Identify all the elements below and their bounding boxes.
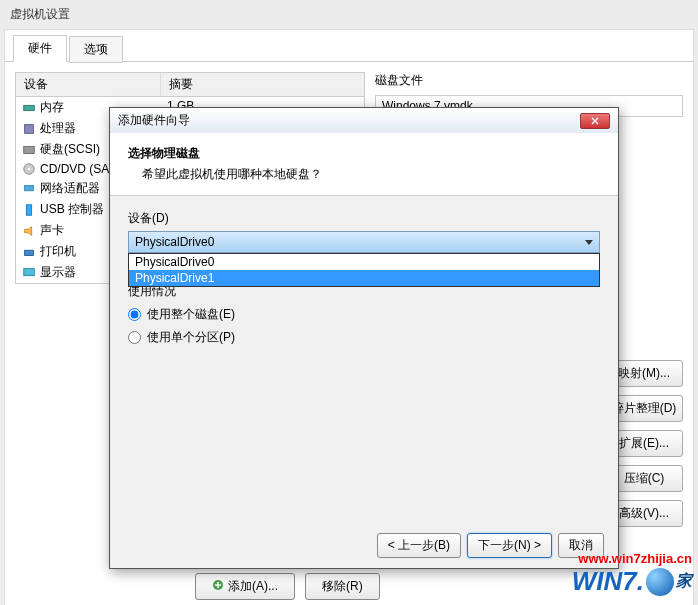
header-device: 设备 bbox=[16, 73, 161, 96]
device-select-label: 设备(D) bbox=[128, 210, 600, 227]
device-label: CD/DVD (SA bbox=[40, 162, 109, 176]
memory-icon bbox=[22, 101, 36, 115]
dialog-body: 设备(D) PhysicalDrive0 PhysicalDrive0 Phys… bbox=[110, 196, 618, 366]
chevron-down-icon bbox=[585, 240, 593, 245]
tab-options[interactable]: 选项 bbox=[69, 36, 123, 63]
device-list-header: 设备 摘要 bbox=[16, 73, 364, 97]
device-combobox[interactable]: PhysicalDrive0 PhysicalDrive0 PhysicalDr… bbox=[128, 231, 600, 253]
network-icon bbox=[22, 182, 36, 196]
svg-rect-1 bbox=[25, 124, 34, 133]
dialog-header-subtitle: 希望此虚拟机使用哪种本地硬盘？ bbox=[142, 166, 600, 183]
sound-icon bbox=[22, 224, 36, 238]
combo-option-0[interactable]: PhysicalDrive0 bbox=[129, 254, 599, 270]
plus-icon bbox=[212, 579, 224, 594]
radio-whole-disk[interactable]: 使用整个磁盘(E) bbox=[128, 306, 600, 323]
device-label: 声卡 bbox=[40, 222, 64, 239]
dialog-footer: < 上一步(B) 下一步(N) > 取消 bbox=[377, 533, 604, 558]
cpu-icon bbox=[22, 122, 36, 136]
back-button[interactable]: < 上一步(B) bbox=[377, 533, 461, 558]
device-label: 硬盘(SCSI) bbox=[40, 141, 100, 158]
add-hardware-dialog: 添加硬件向导 选择物理磁盘 希望此虚拟机使用哪种本地硬盘？ 设备(D) Phys… bbox=[109, 107, 619, 569]
radio-whole-label: 使用整个磁盘(E) bbox=[147, 306, 235, 323]
printer-icon bbox=[22, 245, 36, 259]
device-label: 打印机 bbox=[40, 243, 76, 260]
svg-rect-8 bbox=[24, 268, 35, 275]
radio-whole-input[interactable] bbox=[128, 308, 141, 321]
combobox-dropdown: PhysicalDrive0 PhysicalDrive1 bbox=[128, 253, 600, 287]
tab-hardware[interactable]: 硬件 bbox=[13, 35, 67, 62]
window-title: 虚拟机设置 bbox=[0, 0, 698, 29]
dialog-titlebar: 添加硬件向导 bbox=[110, 108, 618, 133]
device-label: 显示器 bbox=[40, 264, 76, 281]
tabs: 硬件 选项 bbox=[5, 30, 693, 62]
bottom-buttons: 添加(A)... 移除(R) bbox=[195, 573, 380, 600]
device-label: 处理器 bbox=[40, 120, 76, 137]
svg-rect-5 bbox=[25, 185, 34, 190]
dialog-header: 选择物理磁盘 希望此虚拟机使用哪种本地硬盘？ bbox=[110, 133, 618, 196]
disk-file-label: 磁盘文件 bbox=[375, 72, 683, 89]
next-button[interactable]: 下一步(N) > bbox=[467, 533, 552, 558]
header-summary: 摘要 bbox=[161, 73, 364, 96]
combobox-value: PhysicalDrive0 bbox=[135, 235, 214, 249]
device-label: 内存 bbox=[40, 99, 64, 116]
display-icon bbox=[22, 266, 36, 280]
svg-rect-6 bbox=[26, 204, 31, 215]
dialog-header-title: 选择物理磁盘 bbox=[128, 145, 600, 162]
device-label: USB 控制器 bbox=[40, 201, 104, 218]
svg-point-4 bbox=[28, 168, 31, 171]
close-button[interactable] bbox=[580, 113, 610, 129]
device-label: 网络适配器 bbox=[40, 180, 100, 197]
svg-rect-2 bbox=[24, 146, 35, 153]
radio-partition-input[interactable] bbox=[128, 331, 141, 344]
add-button[interactable]: 添加(A)... bbox=[195, 573, 295, 600]
cancel-button[interactable]: 取消 bbox=[558, 533, 604, 558]
cd-icon bbox=[22, 162, 36, 176]
radio-partition-label: 使用单个分区(P) bbox=[147, 329, 235, 346]
remove-button[interactable]: 移除(R) bbox=[305, 573, 380, 600]
svg-rect-7 bbox=[25, 250, 34, 255]
combo-option-1[interactable]: PhysicalDrive1 bbox=[129, 270, 599, 286]
usb-icon bbox=[22, 203, 36, 217]
combobox-display[interactable]: PhysicalDrive0 bbox=[128, 231, 600, 253]
svg-rect-0 bbox=[24, 105, 35, 110]
dialog-title: 添加硬件向导 bbox=[118, 112, 190, 129]
add-label: 添加(A)... bbox=[228, 578, 278, 595]
close-icon bbox=[591, 117, 599, 125]
disk-icon bbox=[22, 143, 36, 157]
radio-partition[interactable]: 使用单个分区(P) bbox=[128, 329, 600, 346]
